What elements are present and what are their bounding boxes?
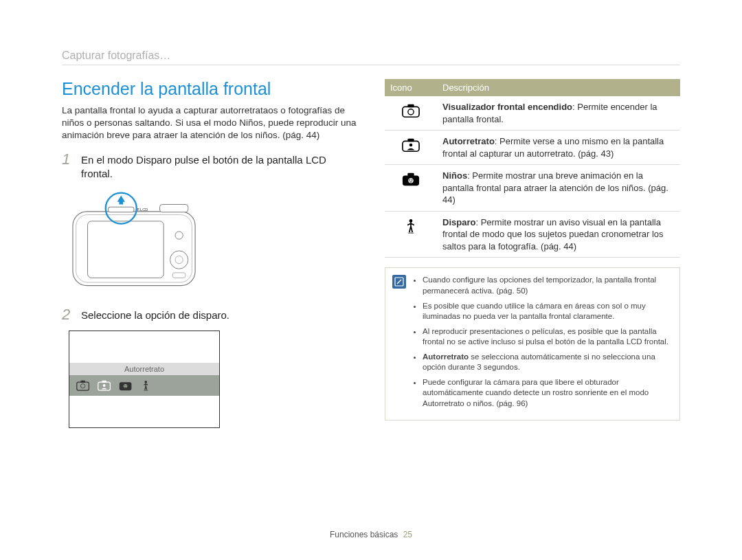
breadcrumb: Capturar fotografías… bbox=[62, 49, 680, 65]
note-list: Cuando configure las opciones del tempor… bbox=[413, 275, 671, 413]
shot-options-panel: Autorretrato bbox=[69, 331, 220, 428]
svg-rect-7 bbox=[109, 207, 135, 212]
svg-point-22 bbox=[143, 390, 148, 391]
step-1: 1 En el modo Disparo pulse el botón de l… bbox=[62, 152, 357, 181]
jump-shot-icon bbox=[402, 219, 420, 234]
svg-rect-11 bbox=[77, 383, 89, 391]
svg-point-20 bbox=[126, 385, 127, 386]
manual-page: Capturar fotografías… Encender la pantal… bbox=[0, 0, 742, 560]
step-text: En el modo Disparo pulse el botón de la … bbox=[81, 152, 357, 181]
step-number: 2 bbox=[62, 307, 71, 322]
front-display-on-icon bbox=[76, 380, 89, 391]
front-display-on-icon bbox=[402, 103, 420, 118]
th-desc: Descripción bbox=[437, 79, 680, 96]
self-portrait-icon bbox=[402, 137, 420, 153]
svg-rect-2 bbox=[88, 221, 164, 278]
svg-rect-27 bbox=[407, 139, 414, 142]
svg-point-35 bbox=[407, 232, 414, 234]
table-row: Autorretrato: Permite verse a uno mismo … bbox=[385, 131, 680, 165]
table-row: Niños: Permite mostrar una breve animaci… bbox=[385, 165, 680, 212]
children-icon bbox=[119, 380, 132, 391]
left-column: Encender la pantalla frontal La pantalla… bbox=[62, 79, 357, 517]
footer-page-number: 25 bbox=[403, 530, 412, 539]
svg-point-32 bbox=[409, 179, 411, 181]
note-item: Es posible que cuando utilice la cámara … bbox=[423, 301, 671, 322]
footer-section: Funciones básicas bbox=[330, 530, 398, 539]
svg-point-16 bbox=[103, 384, 106, 387]
note-item: Autorretrato se selecciona automáticamen… bbox=[423, 352, 671, 373]
info-icon bbox=[392, 275, 406, 289]
right-column: Icono Descripción Visualizador frontal e… bbox=[385, 79, 680, 517]
jump-shot-icon bbox=[141, 380, 151, 391]
page-footer: Funciones básicas 25 bbox=[62, 517, 680, 539]
svg-point-28 bbox=[409, 144, 413, 147]
step-number: 1 bbox=[62, 152, 71, 181]
table-row: Visualizador frontal encendido: Permite … bbox=[385, 96, 680, 131]
svg-point-21 bbox=[144, 381, 147, 384]
svg-point-33 bbox=[412, 179, 413, 181]
note-item: Cuando configure las opciones del tempor… bbox=[423, 275, 671, 296]
svg-rect-30 bbox=[407, 173, 414, 177]
svg-rect-15 bbox=[102, 381, 106, 383]
svg-rect-24 bbox=[407, 104, 414, 108]
note-item: Al reproducir presentaciones o películas… bbox=[423, 326, 671, 348]
svg-marker-10 bbox=[117, 196, 125, 205]
th-icon: Icono bbox=[385, 79, 437, 96]
svg-point-19 bbox=[124, 385, 125, 386]
self-portrait-icon bbox=[98, 380, 111, 391]
flcd-label: F.LCD bbox=[137, 208, 148, 212]
intro-text: La pantalla frontal lo ayuda a capturar … bbox=[62, 104, 357, 142]
page-title: Encender la pantalla frontal bbox=[62, 79, 357, 99]
shot-option-icons bbox=[69, 375, 219, 396]
svg-rect-23 bbox=[403, 107, 419, 117]
table-row: Disparo: Permite mostrar un aviso visual… bbox=[385, 211, 680, 258]
svg-rect-8 bbox=[160, 205, 188, 212]
icon-table: Icono Descripción Visualizador frontal e… bbox=[385, 79, 680, 258]
note-box: Cuando configure las opciones del tempor… bbox=[385, 267, 680, 421]
svg-point-13 bbox=[80, 384, 85, 388]
camera-svg: F.LCD bbox=[69, 189, 199, 292]
svg-rect-12 bbox=[80, 381, 85, 383]
shot-option-label: Autorretrato bbox=[69, 363, 219, 375]
camera-illustration: F.LCD bbox=[69, 189, 357, 295]
step-2: 2 Seleccione la opción de disparo. bbox=[62, 307, 357, 322]
step-text: Seleccione la opción de disparo. bbox=[81, 307, 229, 322]
note-item: Puede configurar la cámara para que libe… bbox=[423, 377, 671, 410]
svg-point-25 bbox=[408, 109, 414, 115]
children-icon bbox=[402, 172, 420, 187]
